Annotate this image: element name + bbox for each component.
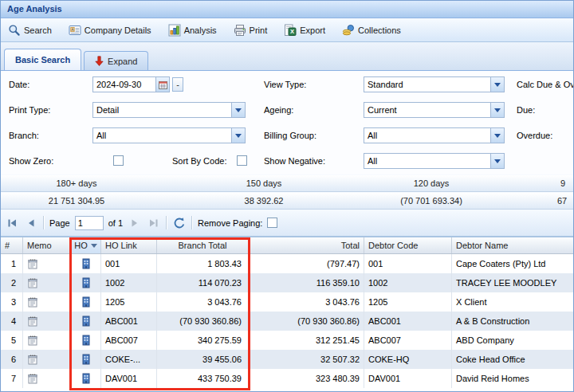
ho-cell: [71, 312, 101, 331]
debtors-grid: # Memo HO HO Link Branch Total Total Deb…: [1, 237, 573, 391]
page-of-label: of 1: [108, 218, 123, 228]
bucket-120-value: (70 701 693.34): [356, 193, 507, 210]
branch-total-cell: (70 930 360.86): [157, 312, 249, 331]
column-header-total[interactable]: Total: [249, 237, 364, 253]
billing-group-dropdown-trigger[interactable]: [490, 128, 504, 143]
table-row[interactable]: 6 COKE-... 39 455.06 32 507.32 COKE-HQ C…: [1, 350, 573, 369]
memo-icon[interactable]: [27, 335, 38, 346]
date-picker-trigger[interactable]: [155, 77, 169, 92]
show-negative-select[interactable]: All: [364, 153, 505, 169]
export-button-label: Export: [300, 25, 325, 35]
calendar-icon: [159, 80, 167, 89]
next-page-icon: [128, 217, 141, 229]
column-header-debtor-code[interactable]: Debtor Code: [364, 237, 452, 253]
print-button-label: Print: [250, 25, 268, 35]
ho-cell: [71, 292, 101, 312]
row-number: 7: [1, 369, 23, 388]
company-details-button[interactable]: A Company Details: [66, 22, 154, 38]
first-page-button[interactable]: [5, 216, 19, 230]
memo-icon[interactable]: [27, 277, 38, 288]
memo-icon[interactable]: [27, 354, 38, 365]
table-row[interactable]: 1 001 1 803.43 (797.47) 001 Cape Coaters…: [1, 254, 573, 273]
ageing-select[interactable]: Current: [364, 102, 505, 118]
paging-toolbar: Page of 1 Remove Paging:: [1, 210, 573, 237]
sort-by-code-checkbox[interactable]: [237, 155, 247, 166]
billing-group-label: Billing Group:: [264, 127, 316, 143]
show-negative-value: All: [364, 154, 490, 168]
remove-paging-checkbox[interactable]: [267, 218, 277, 228]
next-page-button[interactable]: [128, 216, 142, 230]
print-type-dropdown-trigger[interactable]: [231, 103, 245, 117]
prev-page-button[interactable]: [24, 216, 38, 230]
total-cell: 116 359.10: [249, 273, 364, 292]
summary-values-row: 21 751 304.95 38 392.62 (70 701 693.34) …: [1, 192, 573, 210]
billing-group-value: All: [364, 128, 490, 143]
column-header-ho-link-label: HO Link: [105, 241, 137, 250]
branch-total-cell: 39 455.06: [157, 350, 249, 369]
ho-link-cell: 001: [101, 254, 157, 273]
table-row[interactable]: 2 1002 114 070.23 116 359.10 1002 TRACEY…: [1, 273, 573, 292]
search-button[interactable]: Search: [6, 22, 54, 38]
tab-expand[interactable]: Expand: [84, 51, 148, 70]
svg-text:A: A: [71, 27, 73, 31]
page-number-input[interactable]: [75, 216, 104, 230]
column-header-debtor-name[interactable]: Debtor Name: [452, 237, 573, 253]
branch-total-cell: 114 070.23: [157, 273, 249, 292]
analysis-button[interactable]: Analysis: [166, 22, 219, 38]
total-cell: 3 043.76: [249, 292, 364, 312]
view-type-select[interactable]: Standard: [364, 76, 505, 92]
column-header-branch-total[interactable]: Branch Total: [157, 237, 249, 253]
ho-cell: [71, 369, 101, 388]
tab-basic-search[interactable]: Basic Search: [4, 49, 81, 70]
memo-icon[interactable]: [27, 258, 38, 269]
memo-cell: [23, 254, 71, 273]
collections-button[interactable]: Collections: [340, 22, 403, 38]
ho-link-cell: DAV001: [101, 369, 157, 388]
debtor-name-cell: Coke Head Office: [452, 350, 573, 369]
bucket-180-value: 21 751 304.95: [1, 193, 152, 210]
branch-select[interactable]: All: [92, 127, 246, 143]
date-label: Date:: [9, 76, 29, 92]
sort-by-code-label: Sort By Code:: [172, 153, 226, 169]
memo-icon[interactable]: [27, 296, 38, 308]
show-zero-label: Show Zero:: [9, 153, 53, 169]
branch-dropdown-trigger[interactable]: [231, 128, 245, 143]
print-type-select[interactable]: Detail: [92, 102, 246, 118]
total-cell: (797.47): [249, 254, 364, 273]
toolbar-separator: [166, 216, 167, 229]
row-number: 2: [1, 273, 23, 292]
date-minus-button[interactable]: -: [172, 77, 183, 92]
table-row[interactable]: 7 DAV001 433 750.39 323 480.39 DAV001 Da…: [1, 369, 573, 388]
company-details-button-label: Company Details: [85, 25, 151, 35]
date-input[interactable]: 2024-09-30: [92, 76, 170, 92]
last-page-button[interactable]: [147, 216, 161, 230]
row-number: 4: [1, 312, 23, 331]
grid-header-row: # Memo HO HO Link Branch Total Total Deb…: [1, 237, 573, 254]
view-type-value: Standard: [364, 77, 490, 92]
due-label: Due:: [517, 102, 535, 118]
total-cell: (70 930 360.86): [249, 312, 364, 331]
print-button[interactable]: Print: [231, 22, 270, 38]
toolbar-separator: [43, 216, 45, 229]
memo-icon[interactable]: [27, 316, 38, 327]
column-header-ho[interactable]: HO: [71, 237, 101, 253]
show-zero-checkbox[interactable]: [113, 155, 124, 166]
memo-icon[interactable]: [27, 373, 38, 384]
ho-cell: [71, 350, 101, 369]
prev-page-icon: [25, 217, 37, 229]
refresh-button[interactable]: [172, 216, 187, 230]
ageing-dropdown-trigger[interactable]: [490, 103, 504, 117]
export-button[interactable]: X Export: [281, 22, 328, 38]
billing-group-select[interactable]: All: [364, 127, 505, 143]
column-header-ho-link[interactable]: HO Link: [101, 237, 157, 253]
column-header-number[interactable]: #: [1, 237, 23, 253]
table-row[interactable]: 5 ABC007 340 275.59 312 251.45 ABC007 AB…: [1, 331, 573, 350]
show-negative-dropdown-trigger[interactable]: [490, 154, 504, 168]
debtor-code-cell: DAV001: [364, 369, 452, 388]
table-row[interactable]: 3 1205 3 043.76 3 043.76 1205 X Client: [1, 292, 573, 312]
memo-cell: [23, 350, 71, 369]
column-header-memo[interactable]: Memo: [23, 237, 71, 253]
table-row[interactable]: 4 ABC001 (70 930 360.86) (70 930 360.86)…: [1, 312, 573, 331]
memo-cell: [23, 331, 71, 350]
view-type-dropdown-trigger[interactable]: [490, 77, 504, 92]
